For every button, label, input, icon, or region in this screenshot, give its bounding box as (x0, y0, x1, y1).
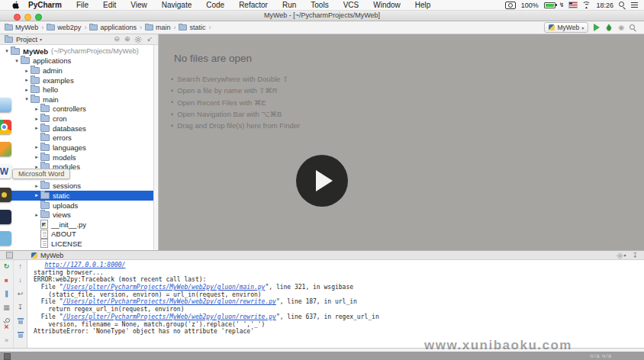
dock-icon-navy-app[interactable] (0, 210, 11, 224)
spotlight-search-icon[interactable] (619, 2, 626, 8)
tree-expanded-icon[interactable]: ▾ (23, 96, 31, 102)
wifi-icon[interactable] (582, 2, 591, 8)
dock-icon-firefox[interactable] (0, 142, 11, 156)
menubar-item-edit[interactable]: Edit (103, 1, 116, 9)
run-configuration-select[interactable]: MyWeb ▾ (544, 22, 588, 33)
dock-icon-blue-app[interactable] (0, 231, 11, 246)
menubar-item-tools[interactable]: Tools (311, 1, 328, 9)
charging-bolt-icon: ↯ (559, 2, 565, 8)
breadcrumb-item-static[interactable]: static (179, 24, 205, 31)
tree-row-about[interactable]: ABOUT (0, 230, 153, 239)
run-tab-myweb[interactable]: MyWeb (27, 251, 68, 260)
tree-collapsed-icon[interactable]: ▸ (33, 125, 40, 131)
tree-collapsed-icon[interactable]: ▸ (23, 68, 31, 74)
notification-center-icon[interactable] (631, 2, 638, 8)
menubar-item-run[interactable]: Run (282, 1, 296, 9)
pause-icon[interactable]: ∥ (1, 290, 13, 298)
more-actions-icon[interactable]: » (1, 336, 13, 345)
menubar-item-vcs[interactable]: VCS (343, 1, 359, 9)
tree-expanded-icon[interactable]: ▾ (3, 48, 11, 54)
tree-row-examples[interactable]: ▸examples (0, 76, 153, 85)
tree-collapsed-icon[interactable]: ▸ (33, 154, 40, 160)
tree-row-sessions[interactable]: ▸sessions (0, 182, 153, 191)
clear-output-icon[interactable] (14, 331, 27, 339)
tree-collapsed-icon[interactable]: ▸ (33, 144, 40, 150)
window-title-bar[interactable]: MyWeb - [~/PycharmProjects/MyWeb] (0, 11, 644, 21)
tree-row-databases[interactable]: ▸databases (0, 124, 153, 133)
close-console-icon[interactable]: × (1, 323, 13, 331)
menubar-item-navigate[interactable]: Navigate (162, 1, 192, 9)
tree-expanded-icon[interactable]: ▾ (13, 58, 21, 64)
tree-collapsed-icon[interactable]: ▸ (33, 183, 40, 189)
menubar-item-view[interactable]: View (130, 1, 147, 9)
collapse-all-icon[interactable]: ⊖ (114, 36, 120, 43)
console-link[interactable]: http://127.0.0.1:8000/ (44, 262, 125, 268)
dock-icon-chrome[interactable] (0, 120, 11, 134)
hide-run-panel-icon[interactable]: ↧ (632, 252, 638, 259)
project-tree[interactable]: ▾MyWeb(~/PycharmProjects/MyWeb)▾applicat… (0, 45, 154, 250)
chevron-down-icon[interactable]: ▾ (40, 37, 42, 42)
menubar-item-window[interactable]: Window (373, 1, 401, 9)
tree-collapsed-icon[interactable]: ▸ (33, 212, 40, 218)
tree-row-__init__.py[interactable]: __init__.py (0, 220, 153, 230)
restore-layout-icon[interactable]: ▦ (1, 304, 13, 312)
dock-icon-word[interactable]: W (0, 164, 11, 178)
coverage-button[interactable]: ◉ (618, 24, 624, 31)
console-link[interactable]: /Users/plter/PycharmProjects/MyWeb/web2p… (63, 298, 276, 305)
tree-collapsed-icon[interactable]: ▸ (33, 116, 40, 122)
tree-row-errors[interactable]: errors (0, 133, 153, 143)
tree-collapsed-icon[interactable]: ▸ (23, 87, 31, 93)
locate-file-icon[interactable]: ⊕ (124, 36, 130, 43)
soft-wrap-icon[interactable]: ↩ (14, 290, 27, 298)
tree-row-applications[interactable]: ▾applications (0, 56, 153, 66)
prev-occurrence-icon[interactable]: ↑ (14, 262, 27, 271)
dock-icon-dark-app[interactable] (0, 188, 11, 202)
console-link[interactable]: /Users/plter/PycharmProjects/MyWeb/web2p… (63, 313, 276, 320)
menubar-item-help[interactable]: Help (415, 1, 431, 9)
rerun-icon[interactable]: ↻ (1, 262, 13, 271)
tree-row-cron[interactable]: ▸cron (0, 114, 153, 124)
tree-row-controllers[interactable]: ▸controllers (0, 104, 153, 114)
breadcrumb-item-main[interactable]: main (145, 24, 171, 31)
gear-icon[interactable]: ▾ (617, 251, 626, 259)
breadcrumb-item-web2py[interactable]: web2py (47, 24, 81, 31)
scroll-to-end-icon[interactable]: ↧ (14, 304, 27, 312)
stop-icon[interactable]: ■ (1, 276, 13, 284)
run-button[interactable] (594, 24, 600, 31)
next-occurrence-icon[interactable]: ↓ (14, 276, 27, 284)
tree-row-myweb[interactable]: ▾MyWeb(~/PycharmProjects/MyWeb) (0, 47, 153, 56)
video-play-button[interactable] (296, 155, 348, 207)
tree-row-hello[interactable]: ▸hello (0, 85, 153, 95)
camera-icon[interactable] (505, 2, 516, 9)
project-panel-title[interactable]: Project (16, 36, 37, 43)
tree-row-license[interactable]: LICENSE (0, 239, 153, 249)
menubar-item-code[interactable]: Code (206, 1, 224, 9)
tree-row-admin[interactable]: ▸admin (0, 66, 153, 76)
clear-all-icon[interactable] (14, 317, 27, 326)
dock-icon-app-photos[interactable] (0, 98, 11, 112)
tree-row-languages[interactable]: ▸languages (0, 143, 153, 153)
tree-row-views[interactable]: ▸views (0, 210, 153, 220)
gear-icon[interactable] (134, 36, 142, 43)
toolwindow-switcher-icon[interactable] (4, 353, 11, 360)
bullet-icon: • (171, 98, 173, 106)
console-link[interactable]: /Users/plter/PycharmProjects/MyWeb/web2p… (63, 284, 266, 291)
tree-row-uploads[interactable]: uploads (0, 201, 153, 211)
tree-row-main[interactable]: ▾main (0, 95, 153, 104)
menubar-item-refactor[interactable]: Refactor (239, 1, 268, 9)
menubar-item-file[interactable]: File (76, 1, 89, 9)
hide-panel-icon[interactable]: ↙ (147, 36, 153, 43)
tree-row-models[interactable]: ▸models (0, 153, 153, 162)
tree-collapsed-icon[interactable]: ▸ (23, 77, 31, 83)
apple-menu-icon[interactable] (12, 1, 19, 9)
input-language-flag-icon[interactable] (569, 2, 577, 8)
editor-area[interactable] (159, 34, 644, 250)
tree-row-static[interactable]: ▸static (0, 191, 153, 201)
breadcrumb-item-applications[interactable]: applications (89, 24, 137, 31)
breadcrumb-item-myweb[interactable]: MyWeb (5, 24, 38, 31)
tree-collapsed-icon[interactable]: ▸ (33, 106, 40, 112)
tree-collapsed-icon[interactable]: ▸ (33, 192, 40, 198)
debug-button[interactable] (605, 21, 613, 34)
search-icon[interactable] (630, 24, 636, 31)
menubar-item-pycharm[interactable]: PyCharm (28, 1, 62, 9)
